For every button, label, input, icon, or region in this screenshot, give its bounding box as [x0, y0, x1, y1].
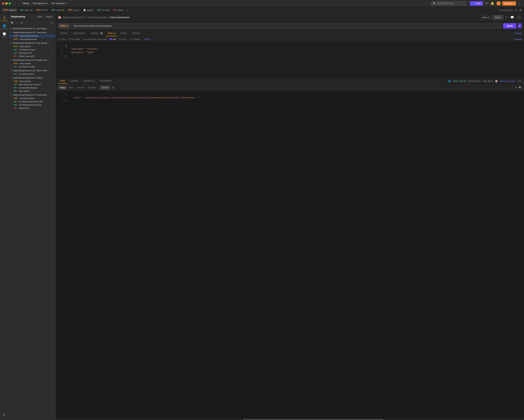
search-response-button[interactable]: 🔍	[519, 86, 522, 89]
send-dropdown-button[interactable]: ▾	[518, 23, 522, 28]
add-collection-button[interactable]: +	[16, 21, 19, 25]
list-item-stay-search-06[interactable]: GET Stay Search	[9, 89, 56, 93]
tab-params[interactable]: Params	[58, 30, 70, 36]
resp-raw-tab[interactable]: Raw	[67, 86, 75, 89]
search-bar[interactable]: 🔍 Search Postman	[431, 1, 467, 6]
settings-button[interactable]: ⚙	[484, 1, 489, 6]
collection-header-06[interactable]: ▼ StayBooking Backend 06. Search	[9, 76, 56, 80]
more-sidebar-options[interactable]: •••	[50, 21, 54, 25]
invite-button[interactable]: 👤 Invite	[470, 1, 483, 6]
upgrade-button[interactable]: Upgrade ▾	[502, 1, 516, 6]
list-item-list-stays-host-03[interactable]: GET List Stays by Host	[9, 48, 56, 51]
list-item-host-auth[interactable]: POST Host Authentication	[9, 38, 56, 41]
forward-button[interactable]: ›	[17, 2, 20, 5]
resp-tab-test-results[interactable]: Test Results	[97, 78, 114, 84]
radio-binary[interactable]: binary	[119, 38, 127, 40]
response-scrollbar[interactable]	[56, 419, 524, 420]
list-item-geo-search-06[interactable]: GET Stay Geolocation Search	[9, 83, 56, 86]
avatar[interactable]: S	[496, 1, 501, 6]
list-item-list-stays-host-04[interactable]: GET List Stays by Host	[9, 65, 56, 68]
response-more-options[interactable]: •••	[517, 79, 522, 84]
tab-get-stay[interactable]: GET Stay S	[18, 8, 34, 13]
collection-header-05[interactable]: ▼ StayBooking Backend 05. Token Prote...	[9, 69, 56, 72]
beautify-button[interactable]: Beautify	[515, 38, 522, 40]
menu-workspaces[interactable]: Workspaces ▾	[33, 2, 48, 5]
tab-scripts[interactable]: Scripts	[118, 30, 129, 36]
copy-response-button[interactable]: ⧉	[515, 86, 517, 89]
radio-urlencoded[interactable]: x-www-form-urlencoded	[83, 38, 107, 40]
list-item-list-stay-host-05[interactable]: GET List Stay by Host	[9, 72, 56, 76]
new-collection-button[interactable]: New	[36, 15, 43, 18]
back-button[interactable]: ‹	[14, 2, 16, 5]
code-view-icon[interactable]: </>	[516, 15, 522, 20]
list-item-list-res-stay-07[interactable]: GET List Reservations by Stay	[9, 103, 56, 106]
radio-form-data[interactable]: form-data	[68, 38, 80, 40]
tab-authorization[interactable]: Authorization	[71, 30, 88, 36]
radio-raw[interactable]: raw	[110, 38, 116, 40]
url-input[interactable]	[71, 23, 502, 28]
nav-environments[interactable]: 🌐 Environments	[1, 24, 8, 30]
resp-tab-headers[interactable]: Headers 11	[81, 78, 97, 84]
resp-tab-body[interactable]: Body	[58, 78, 67, 84]
send-button[interactable]: Send	[503, 23, 516, 28]
minimize-button[interactable]	[5, 2, 8, 5]
list-item-stay-upload-04[interactable]: POST Stay Upload	[9, 62, 56, 65]
nav-workspaces[interactable]: ⊞	[1, 411, 8, 418]
resp-format-selector[interactable]: JSON ▾	[100, 86, 110, 89]
tab-headers[interactable]: Headers 8	[88, 30, 105, 36]
collection-header-04[interactable]: ▼ StayBooking Backend 04. Image Servi...	[9, 58, 56, 62]
save-example-button[interactable]: Save as example	[500, 80, 515, 82]
share-button[interactable]: Share	[493, 15, 503, 20]
collection-header-01[interactable]: ▶ StayBooking Backend 01. User Regist...	[9, 27, 56, 30]
save-button[interactable]: Save ▾	[480, 15, 491, 20]
list-item-stay-upload-03[interactable]: POST Stay Upload	[9, 45, 56, 48]
request-body-editor[interactable]: 1{ 2 "username": "vincent", 3 "password"…	[56, 42, 524, 78]
resp-tab-cookies[interactable]: Cookies	[68, 78, 80, 84]
collection-header-02[interactable]: ▼ StayBooking Backend 02. Token Auth...	[9, 31, 56, 34]
filter-button[interactable]: ☰	[20, 21, 24, 25]
close-button[interactable]	[2, 2, 4, 5]
tab-staybooking[interactable]: 📋 StayBo	[81, 8, 95, 13]
cookies-link[interactable]: Cookies	[514, 32, 522, 35]
resp-preview-tab[interactable]: Preview	[75, 86, 86, 89]
method-selector[interactable]: POST ▾	[58, 23, 70, 28]
filter-icon[interactable]: ⊟	[111, 85, 115, 90]
import-button[interactable]: Import	[45, 15, 53, 18]
tab-get-list-rt[interactable]: GET List Rt	[95, 8, 111, 13]
list-item-get-stay-id-03[interactable]: GET Get Stay by ID	[9, 51, 56, 55]
maximize-button[interactable]	[9, 2, 11, 5]
comments-icon[interactable]: 💬	[510, 15, 515, 20]
nav-collections[interactable]: ☰ Collections	[1, 16, 8, 22]
menu-api-network[interactable]: API Network ▾	[51, 2, 66, 5]
new-tab-button[interactable]: +	[125, 8, 129, 12]
nav-history[interactable]: 🕐 History	[1, 32, 8, 38]
notifications-button[interactable]: 🔔	[490, 1, 495, 6]
list-item-del-stay-03[interactable]: DEL Delete Stay by ID	[9, 55, 56, 58]
list-item-stay-upload-06[interactable]: POST Stay Upload	[9, 80, 56, 83]
tab-post-guest[interactable]: POST Guest	[1, 8, 18, 13]
list-item-guest-auth[interactable]: POST Guest Authentication	[9, 34, 56, 38]
tab-del-delete[interactable]: DEL Delete	[111, 8, 125, 13]
list-item-del-stay-07[interactable]: DEL Delete Stay	[9, 106, 56, 110]
more-tabs-button[interactable]: ⌄	[130, 9, 131, 11]
collection-header-07[interactable]: ▼ StayBooking Backend 07. Reservation	[9, 93, 56, 97]
list-item-guest-auth-06[interactable]: GET Guest Authentication	[9, 86, 56, 89]
radio-none[interactable]: none	[58, 38, 65, 40]
tab-settings[interactable]: Settings	[130, 30, 142, 36]
resp-pretty-tab[interactable]: Pretty	[58, 86, 67, 89]
tab-post-host[interactable]: POST Host A	[66, 8, 81, 13]
tab-body[interactable]: Body	[106, 30, 117, 36]
collection-header-03[interactable]: ▼ StayBooking Backend 03. Stay Manag...	[9, 41, 56, 45]
list-item-list-res-guest-07[interactable]: GET List Reservations by Guest	[9, 100, 56, 103]
tab-get-list-rc[interactable]: GET List Rc	[50, 8, 66, 13]
tab-post-add[interactable]: POST Add R	[35, 8, 49, 13]
more-options-icon[interactable]: ⋮	[517, 1, 522, 6]
environment-dropdown[interactable]: ▾	[514, 8, 517, 13]
menu-home[interactable]: Home	[23, 2, 29, 5]
list-item-add-reservation-07[interactable]: POST Add Reservation	[9, 97, 56, 100]
environment-settings[interactable]: ⚙	[519, 8, 523, 13]
resp-visualize-tab[interactable]: Visualize	[87, 86, 98, 89]
search-sidebar-button[interactable]: 🔍	[10, 21, 15, 25]
radio-graphql[interactable]: GraphQL	[130, 38, 141, 40]
json-format-button[interactable]: JSON ▾	[144, 38, 151, 40]
